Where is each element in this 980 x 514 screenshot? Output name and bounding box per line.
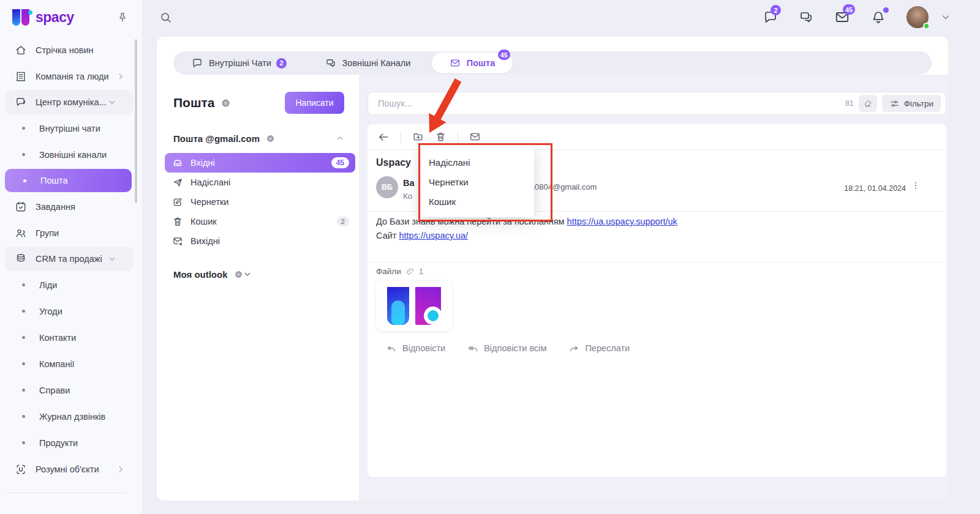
chats-button[interactable]: 2 bbox=[763, 10, 778, 24]
dropdown-item-drafts[interactable]: Чернетки bbox=[421, 172, 534, 192]
pin-icon[interactable] bbox=[116, 12, 129, 24]
sidebar-scrollbar[interactable] bbox=[135, 39, 137, 203]
bullet-icon bbox=[22, 283, 25, 286]
sidebar-item-smart-objects[interactable]: Розумні об'єкти bbox=[0, 456, 142, 482]
mail-panel-title: Пошта bbox=[173, 95, 214, 110]
settings-gear-icon[interactable] bbox=[234, 270, 243, 279]
sidebar-item-company[interactable]: Компанія та люди bbox=[0, 63, 142, 89]
mail-badge: 45 bbox=[843, 4, 855, 15]
outlook-account-row[interactable]: Моя outlook bbox=[173, 267, 344, 281]
site-link[interactable]: https://uspacy.ua/ bbox=[399, 231, 468, 240]
comm-center-icon bbox=[15, 96, 27, 108]
inbox-badge: 45 bbox=[331, 157, 349, 168]
arrow-left-icon bbox=[377, 131, 390, 143]
sidebar-item-tasks[interactable]: Завдання bbox=[0, 193, 142, 220]
email-datetime: 18:21, 01.04.2024 bbox=[844, 184, 906, 193]
people-icon bbox=[15, 227, 27, 239]
sidebar-item-newsfeed[interactable]: Стрічка новин bbox=[0, 37, 142, 63]
mark-unread-button[interactable] bbox=[469, 131, 481, 143]
compose-button[interactable]: Написати bbox=[285, 92, 344, 114]
settings-gear-icon[interactable] bbox=[266, 134, 275, 143]
outbox-icon bbox=[172, 236, 183, 247]
sidebar-item-products[interactable]: Продукти bbox=[0, 430, 142, 456]
filters-button[interactable]: Фільтри bbox=[882, 95, 941, 112]
sidebar-item-crm[interactable]: CRM та продажі bbox=[5, 247, 134, 271]
trash-badge: 2 bbox=[337, 217, 349, 226]
smart-objects-icon bbox=[15, 463, 27, 475]
tab-external-channels[interactable]: Зовнішні Канали bbox=[305, 58, 431, 69]
back-button[interactable] bbox=[377, 131, 390, 143]
bullet-icon bbox=[22, 336, 25, 339]
dropdown-item-sent[interactable]: Надіслані bbox=[421, 152, 534, 172]
reply-all-button[interactable]: Відповісти всім bbox=[467, 343, 546, 354]
search-icon[interactable] bbox=[159, 11, 172, 24]
sidebar-item-call-log[interactable]: Журнал дзвінків bbox=[0, 403, 142, 430]
filter-sliders-icon bbox=[889, 99, 900, 109]
toolbar-divider bbox=[401, 131, 401, 143]
gmail-account-row[interactable]: Пошта @gmail.com bbox=[173, 131, 344, 146]
email-actions: Відповісти Відповісти всім Переслати bbox=[386, 343, 630, 354]
brand-logo[interactable]: spacy bbox=[12, 9, 74, 26]
attachment-thumbnail[interactable] bbox=[376, 281, 452, 331]
draft-icon bbox=[172, 196, 183, 207]
folder-outbox[interactable]: Вихідні bbox=[165, 231, 355, 251]
sidebar-item-activities[interactable]: Справи bbox=[0, 377, 142, 403]
bullet-icon bbox=[22, 310, 25, 313]
folder-drafts[interactable]: Чернетки bbox=[165, 192, 355, 212]
chevron-up-icon[interactable] bbox=[336, 134, 344, 143]
bullet-icon bbox=[22, 153, 25, 156]
knowledge-base-link[interactable]: https://ua.uspacy.support/uk bbox=[567, 217, 677, 226]
search-count: 81 bbox=[845, 99, 853, 108]
notifications-button[interactable] bbox=[871, 10, 886, 24]
clear-search-button[interactable] bbox=[859, 95, 877, 112]
sidebar-item-internal-chats[interactable]: Внутрішні чати bbox=[0, 115, 142, 141]
files-label: Файли bbox=[376, 267, 401, 276]
send-icon bbox=[172, 177, 183, 188]
sidebar-item-deals[interactable]: Угоди bbox=[0, 298, 142, 324]
move-to-folder-button[interactable] bbox=[412, 131, 424, 143]
sidebar-item-mail[interactable]: Пошта bbox=[5, 169, 132, 192]
forward-button[interactable]: Переслати bbox=[568, 343, 630, 354]
sidebar-item-leads[interactable]: Ліди bbox=[0, 272, 142, 298]
channels-icon bbox=[325, 58, 336, 69]
tab-internal-badge: 2 bbox=[276, 58, 287, 69]
sidebar-divider bbox=[7, 493, 125, 493]
bullet-icon bbox=[22, 415, 25, 418]
reply-button[interactable]: Відповісти bbox=[386, 343, 445, 354]
folder-trash[interactable]: Кошик 2 bbox=[165, 212, 355, 231]
paperclip-icon bbox=[405, 267, 415, 276]
mail-button[interactable]: 45 bbox=[834, 9, 850, 25]
channels-button[interactable] bbox=[799, 10, 813, 24]
tab-mail[interactable]: Пошта 45 bbox=[432, 53, 513, 73]
sidebar-item-groups[interactable]: Групи bbox=[0, 220, 142, 246]
profile-button[interactable] bbox=[907, 6, 929, 28]
trash-icon bbox=[435, 131, 447, 143]
sidebar-item-external-channels[interactable]: Зовнішні канали bbox=[0, 141, 142, 168]
chevron-down-icon[interactable] bbox=[243, 270, 252, 278]
sidebar-item-communication-center[interactable]: Центр комуніка... bbox=[5, 90, 134, 114]
search-input[interactable] bbox=[378, 99, 845, 108]
sender-name: Ва bbox=[403, 178, 415, 188]
sidebar-item-contacts[interactable]: Контакти bbox=[0, 324, 142, 351]
settings-gear-icon[interactable] bbox=[221, 98, 231, 108]
dropdown-item-trash[interactable]: Кошик bbox=[421, 192, 534, 211]
inbox-icon bbox=[172, 157, 183, 168]
sidebar-item-companies[interactable]: Компанії bbox=[0, 351, 142, 377]
chat-icon bbox=[192, 58, 203, 69]
building-icon bbox=[15, 70, 27, 83]
channels-icon bbox=[799, 10, 813, 24]
delete-button[interactable] bbox=[435, 131, 447, 143]
folder-sent[interactable]: Надіслані bbox=[165, 173, 355, 192]
bullet-icon bbox=[22, 362, 25, 365]
email-more-menu[interactable] bbox=[911, 181, 921, 193]
brand-name: spacy bbox=[36, 9, 74, 26]
sidebar-header: spacy bbox=[0, 0, 142, 32]
calendar-check-icon bbox=[15, 201, 27, 213]
folder-move-icon bbox=[412, 131, 424, 143]
bullet-icon bbox=[23, 179, 26, 182]
folder-inbox[interactable]: Вхідні 45 bbox=[165, 153, 355, 173]
tab-internal-chats[interactable]: Внутрішні Чати 2 bbox=[173, 58, 305, 69]
chevron-down-icon[interactable] bbox=[941, 12, 951, 22]
workspace: Внутрішні Чати 2 Зовнішні Канали Пошта 4… bbox=[157, 37, 948, 501]
chats-badge: 2 bbox=[771, 5, 781, 15]
